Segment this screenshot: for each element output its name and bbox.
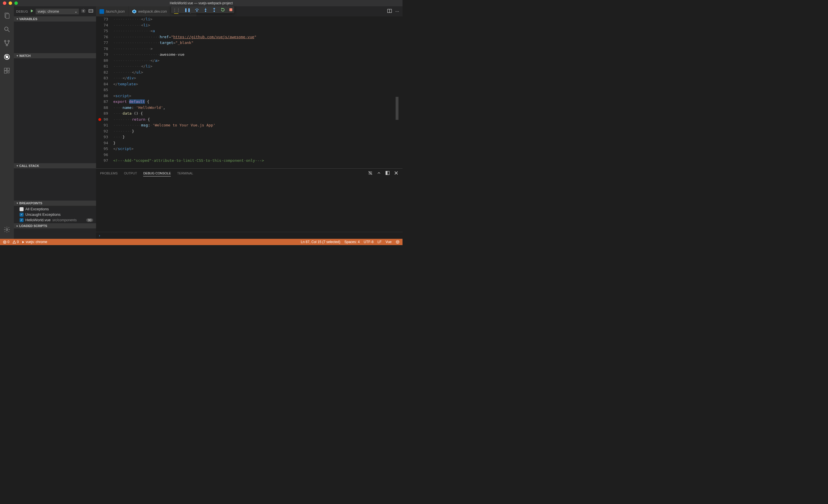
code-line[interactable] (113, 87, 403, 93)
start-debug-button[interactable] (30, 9, 34, 14)
breakpoint-row[interactable]: ✓HelloWorld.vuesrc/components90 (14, 217, 96, 223)
line-number[interactable]: 74 (96, 22, 108, 29)
source-control-icon[interactable] (0, 36, 14, 50)
code-line[interactable]: ············</li> (113, 63, 403, 70)
status-indentation[interactable]: Spaces: 4 (344, 240, 360, 244)
line-number[interactable]: 80 (96, 58, 108, 64)
step-over-icon[interactable] (195, 7, 199, 12)
code-line[interactable]: </template> (113, 81, 403, 87)
code-line[interactable]: ····················awesome-vue (113, 52, 403, 58)
code-line[interactable]: ············msg:·'Welcome to Your Vue.js… (113, 123, 403, 129)
code-line[interactable]: } (113, 140, 403, 146)
tab-launch-json[interactable]: launch.json (96, 6, 128, 16)
settings-gear-icon[interactable] (0, 223, 14, 236)
code-line[interactable]: ····name:·'HelloWorld', (113, 105, 403, 111)
code-line[interactable]: </script> (113, 146, 403, 152)
line-number[interactable]: 94 (96, 140, 108, 146)
line-number[interactable]: 73 (96, 16, 108, 22)
scrollbar-thumb[interactable] (396, 97, 399, 120)
window-zoom-button[interactable] (14, 1, 18, 5)
status-eol[interactable]: LF (377, 240, 381, 244)
line-number[interactable]: 79 (96, 52, 108, 58)
panel-tab-debug-console[interactable]: DEBUG CONSOLE (143, 170, 171, 176)
code-line[interactable]: ····················href="https://github… (113, 34, 403, 40)
status-language[interactable]: Vue (385, 240, 391, 244)
stop-icon[interactable] (229, 8, 233, 11)
status-errors[interactable]: 0 (3, 240, 9, 244)
line-number[interactable]: 93 (96, 134, 108, 140)
tab-webpack-config[interactable]: webpack.dev.con (128, 6, 171, 16)
code-line[interactable]: ········} (113, 129, 403, 134)
step-into-icon[interactable] (203, 7, 208, 12)
code-line[interactable]: ············<li> (113, 22, 403, 29)
debug-gear-icon[interactable] (81, 8, 86, 15)
status-encoding[interactable]: UTF-8 (364, 240, 373, 244)
panel-tab-problems[interactable]: PROBLEMS (100, 170, 118, 176)
line-number[interactable]: 91 (96, 123, 108, 129)
line-number[interactable]: 81 (96, 63, 108, 70)
collapse-panel-icon[interactable] (377, 171, 381, 176)
extensions-icon[interactable] (0, 64, 14, 78)
code-line[interactable]: <script> (113, 93, 403, 99)
line-number[interactable]: 95 (96, 146, 108, 152)
line-number[interactable]: 90 (96, 117, 108, 123)
panel-tab-output[interactable]: OUTPUT (124, 170, 137, 176)
close-panel-icon[interactable] (394, 171, 399, 176)
code-line[interactable]: ················<a (113, 28, 403, 34)
code-line[interactable] (113, 152, 403, 158)
code-line[interactable]: ················> (113, 46, 403, 52)
maximize-panel-icon[interactable] (385, 171, 390, 176)
step-out-icon[interactable] (212, 7, 216, 12)
code-line[interactable]: ········</ul> (113, 70, 403, 76)
breakpoint-row[interactable]: All Exceptions (14, 206, 96, 212)
breakpoint-checkbox[interactable]: ✓ (19, 218, 24, 222)
line-number[interactable]: 84 (96, 81, 108, 87)
more-actions-icon[interactable]: ⋯ (395, 9, 399, 13)
window-close-button[interactable] (3, 1, 6, 5)
status-debug-target[interactable]: vuejs: chrome (22, 240, 47, 244)
line-number[interactable]: 83 (96, 75, 108, 81)
split-editor-icon[interactable] (387, 9, 392, 14)
status-warnings[interactable]: 0 (12, 240, 19, 244)
code-editor[interactable]: 7374757677787980818283848586878889909192… (96, 16, 403, 168)
code-line[interactable]: ················</a> (113, 58, 403, 64)
line-number[interactable]: 82 (96, 70, 108, 76)
panel-tab-terminal[interactable]: TERMINAL (177, 170, 193, 176)
code-line[interactable]: ····</div> (113, 75, 403, 81)
line-number[interactable]: 97 (96, 158, 108, 164)
status-cursor-position[interactable]: Ln 87, Col 15 (7 selected) (301, 240, 340, 244)
debug-console-toggle-icon[interactable] (88, 8, 94, 15)
line-number[interactable]: 87 (96, 99, 108, 105)
variables-section-header[interactable]: VARIABLES (14, 16, 96, 21)
line-number[interactable]: 89 (96, 110, 108, 117)
code-line[interactable]: ····data·()·{ (113, 110, 403, 117)
line-number[interactable]: 88 (96, 105, 108, 111)
line-number[interactable]: 96 (96, 152, 108, 158)
breakpoint-checkbox[interactable] (19, 207, 24, 211)
line-number[interactable]: 86 (96, 93, 108, 99)
code-line[interactable]: ············</li> (113, 16, 403, 22)
drag-handle-icon[interactable]: ⋮⋮ (173, 8, 180, 12)
explorer-icon[interactable] (0, 9, 14, 22)
breakpoint-row[interactable]: ✓Uncaught Exceptions (14, 212, 96, 217)
debug-console-input[interactable]: › (96, 232, 403, 239)
loaded-scripts-section-header[interactable]: LOADED SCRIPTS (14, 223, 96, 228)
breakpoint-checkbox[interactable]: ✓ (19, 213, 24, 217)
scrollbar[interactable] (396, 16, 399, 168)
code-line[interactable]: ····················target="_blank" (113, 40, 403, 46)
callstack-section-header[interactable]: CALL STACK (14, 163, 96, 168)
debug-icon[interactable] (0, 50, 14, 64)
line-number[interactable]: 77 (96, 40, 108, 46)
breakpoint-dot-icon[interactable] (98, 118, 101, 121)
line-number[interactable]: 92 (96, 129, 108, 134)
search-icon[interactable] (0, 22, 14, 36)
line-number[interactable]: 85 (96, 87, 108, 93)
code-line[interactable]: export·default·{ (113, 99, 403, 105)
watch-section-header[interactable]: WATCH (14, 53, 96, 58)
window-minimize-button[interactable] (9, 1, 12, 5)
clear-console-icon[interactable] (368, 171, 373, 176)
line-number[interactable]: 75 (96, 28, 108, 34)
code-line[interactable]: <!--·Add·"scoped"·attribute·to·limit·CSS… (113, 158, 403, 164)
restart-icon[interactable] (220, 7, 225, 12)
code-line[interactable]: ········return·{ (113, 117, 403, 123)
